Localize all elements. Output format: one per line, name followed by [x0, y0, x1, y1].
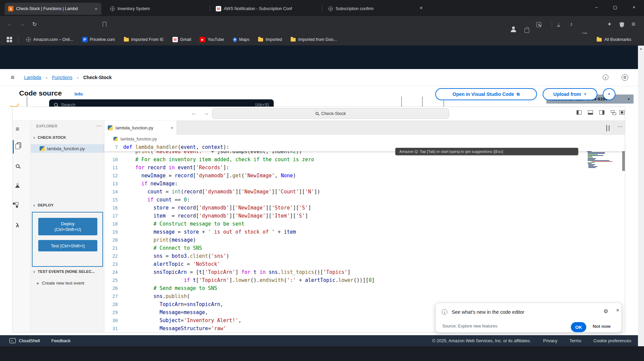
code-line-15[interactable]: 15 if count == 0:: [104, 196, 625, 204]
close-tab-icon[interactable]: ×: [170, 125, 173, 130]
breadcrumb-functions-link[interactable]: Functions: [52, 75, 72, 80]
code-line-19[interactable]: 19 message = store + ' is out of stock o…: [104, 228, 625, 236]
feedback-button[interactable]: Feedback: [51, 338, 70, 343]
menu-icon[interactable]: ≡: [13, 125, 22, 133]
deploy-button[interactable]: Deploy (Ctrl+Shift+U): [38, 218, 97, 235]
breadcrumb-lambda-link[interactable]: Lambda: [24, 75, 41, 80]
minimap-line: [588, 156, 592, 157]
upload-from-button[interactable]: Upload from▼: [543, 88, 597, 100]
back-icon[interactable]: ←: [7, 21, 12, 27]
browser-menu-icon[interactable]: ≡: [632, 20, 635, 28]
explorer-files-icon[interactable]: [13, 142, 22, 151]
create-test-event-item[interactable]: + Create new test event: [31, 279, 104, 287]
code-line-14[interactable]: 14 count = int(record['dynamodb']['NewIm…: [104, 188, 625, 196]
test-flask-icon[interactable]: [13, 181, 22, 190]
code-line-24[interactable]: 24 snsTopicArn = [t['TopicArn'] for t in…: [104, 268, 625, 276]
extensions-icon[interactable]: [13, 201, 22, 210]
browser-tab-3[interactable]: MAWS Notification - Subscription Conf: [212, 3, 323, 15]
toast-source[interactable]: Source: Explore new features: [442, 324, 497, 328]
bookmark-item-7[interactable]: Imported: [258, 37, 282, 42]
bookmark-apps-grid-icon[interactable]: [7, 37, 12, 42]
all-bookmarks-button[interactable]: All Bookmarks: [597, 34, 631, 46]
close-tab-icon[interactable]: ×: [94, 6, 98, 11]
code-line-18[interactable]: 18 # Construct message to be sent: [104, 220, 625, 228]
toast-settings-gear-icon[interactable]: ⚙: [603, 308, 608, 314]
new-tab-button[interactable]: +: [419, 5, 423, 11]
minimize-button[interactable]: –: [591, 2, 601, 12]
extensions-puzzle-icon[interactable]: [525, 28, 529, 33]
browser-tab-1[interactable]: λCheck-Stock | Functions | Lambd×: [5, 3, 101, 15]
code-line-21[interactable]: 21 # Connect to SNS: [104, 244, 625, 252]
footer-link-cookie-preferences[interactable]: Cookie preferences: [593, 338, 631, 343]
split-editor-icon[interactable]: [606, 125, 607, 131]
code-line-25[interactable]: 25 if t['TopicArn'].lower().endswith(':'…: [104, 276, 625, 284]
code-line-17[interactable]: 17 item = record['dynamodb']['NewImage']…: [104, 212, 625, 220]
file-row-lambda-function[interactable]: lambda_function.py: [31, 144, 104, 153]
code-line-12[interactable]: 12 newImage = record['dynamodb'].get('Ne…: [104, 172, 625, 180]
side-nav-menu-icon[interactable]: ≡: [11, 74, 14, 81]
code-line-13[interactable]: 13 if newImage:: [104, 180, 625, 188]
deploy-section-header[interactable]: ∨ DEPLOY: [33, 203, 54, 207]
code-line-26[interactable]: 26 # Send message to SNS: [104, 284, 625, 292]
page-scrollbar-track[interactable]: ▲: [638, 46, 644, 346]
vpn-shield-icon[interactable]: [620, 22, 624, 27]
code-line-27[interactable]: 27 sns.publish(: [104, 292, 625, 300]
forward-icon[interactable]: →: [19, 21, 25, 27]
editor-more-icon[interactable]: ⋯: [617, 123, 623, 130]
reload-icon[interactable]: ↻: [32, 21, 37, 28]
bookmark-item-4[interactable]: MGmail: [172, 37, 191, 42]
aws-logo[interactable]: aws: [8, 97, 19, 104]
browser-tab-2[interactable]: Inventory System: [107, 3, 207, 15]
bookmark-item-3[interactable]: Imported From IE: [124, 37, 164, 42]
test-events-header[interactable]: ∨ TEST EVENTS [NONE SELEC...: [33, 269, 95, 274]
browser-tab-4[interactable]: Subscription confirm: [325, 3, 415, 15]
footer-link-privacy[interactable]: Privacy: [543, 338, 557, 343]
not-now-button[interactable]: Not now: [593, 324, 610, 329]
test-button[interactable]: Test (Ctrl+Shift+I): [38, 240, 97, 251]
ok-button[interactable]: OK: [571, 322, 586, 332]
toast-close-icon[interactable]: ×: [616, 307, 619, 313]
code-line-20[interactable]: 20 print(message): [104, 236, 625, 244]
code-line-23[interactable]: 23 alertTopic = 'NoStock': [104, 260, 625, 268]
page-search-icon[interactable]: [536, 22, 541, 27]
layout-customize-icon[interactable]: [611, 110, 616, 115]
layout-bottom-panel-icon[interactable]: [588, 110, 593, 115]
editor-breadcrumb[interactable]: lambda_function.py: [104, 135, 625, 143]
bookmark-item-2[interactable]: PPriceline.com: [82, 37, 115, 42]
services-grid-icon[interactable]: [35, 100, 40, 105]
media-icon[interactable]: ♪: [570, 21, 573, 27]
scrollbar-up-arrow[interactable]: ▲: [638, 46, 644, 50]
code-line-22[interactable]: 22 sns = boto3.client('sns'): [104, 252, 625, 260]
file-search-input[interactable]: Check-Stock: [212, 108, 449, 119]
bookmark-item-1[interactable]: Amazon.com – Onli...: [26, 37, 73, 42]
code-line-11[interactable]: 11 for record in event['Records']:: [104, 164, 625, 172]
layout-left-panel-icon[interactable]: [577, 110, 582, 115]
preferences-gear-icon[interactable]: ⚙: [622, 74, 628, 81]
code-line-10[interactable]: 10 # For each inventory item added, chec…: [104, 156, 625, 164]
editor-back-icon[interactable]: ←: [191, 110, 197, 117]
ellipsis-icon[interactable]: ⋯: [96, 123, 102, 129]
code-line-16[interactable]: 16 store = record['dynamodb']['NewImage'…: [104, 204, 625, 212]
search-view-icon[interactable]: [13, 162, 22, 170]
editor-tab-lambda-function[interactable]: lambda_function.py ×: [104, 121, 177, 135]
info-panel-icon[interactable]: i: [603, 74, 608, 80]
footer-link-terms[interactable]: Terms: [569, 338, 581, 343]
info-link[interactable]: Info: [75, 92, 83, 97]
project-tree-header[interactable]: ∨ CHECK-STOCK: [33, 135, 66, 139]
layout-right-panel-icon[interactable]: [599, 110, 604, 115]
maximize-button[interactable]: ▢: [610, 2, 620, 12]
profile-icon[interactable]: [512, 26, 515, 29]
leo-ai-icon[interactable]: ✦: [607, 21, 612, 28]
bookmark-item-8[interactable]: Imported from Goo...: [291, 37, 337, 42]
downloads-icon[interactable]: ↓: [557, 22, 560, 26]
more-actions-button[interactable]: ▼: [603, 88, 615, 100]
fullscreen-icon[interactable]: [620, 110, 625, 115]
open-in-vsc-button[interactable]: Open in Visual Studio Code⧉: [435, 88, 537, 100]
bookmark-item-5[interactable]: ▶YouTube: [200, 37, 224, 42]
bookmark-item-6[interactable]: Maps: [233, 37, 250, 42]
cloudshell-button[interactable]: >_ CloudShell: [9, 338, 40, 343]
close-window-button[interactable]: ×: [629, 2, 639, 12]
editor-forward-icon[interactable]: →: [203, 110, 209, 117]
bookmark-icon[interactable]: [103, 22, 106, 27]
aws-lambda-icon[interactable]: λ: [13, 221, 22, 230]
